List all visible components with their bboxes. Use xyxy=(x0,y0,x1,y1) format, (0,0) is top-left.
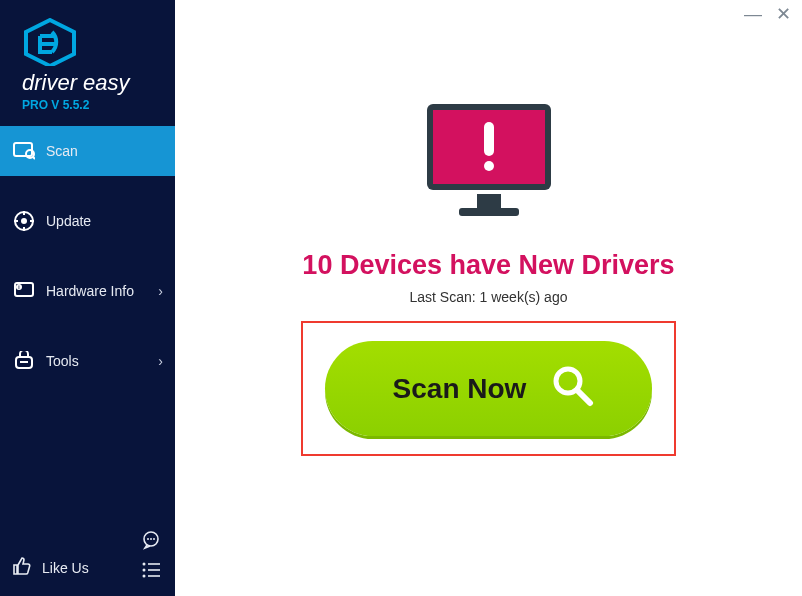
svg-rect-29 xyxy=(477,194,501,208)
app-window: driver easy PRO V 5.5.2 Scan Update i xyxy=(0,0,802,596)
svg-point-19 xyxy=(150,538,152,540)
sidebar-item-scan[interactable]: Scan xyxy=(0,126,175,176)
device-count: 10 xyxy=(302,250,332,280)
search-icon xyxy=(550,363,594,414)
svg-point-20 xyxy=(153,538,155,540)
svg-point-23 xyxy=(143,569,146,572)
sidebar-nav: Scan Update i Hardware Info › Tools xyxy=(0,126,175,546)
svg-rect-32 xyxy=(484,122,494,156)
svg-rect-30 xyxy=(459,208,519,216)
update-icon xyxy=(12,210,36,232)
sidebar-item-label: Scan xyxy=(46,143,78,159)
svg-rect-11 xyxy=(30,220,34,222)
tools-icon xyxy=(12,350,36,372)
hardware-info-icon: i xyxy=(12,280,36,302)
headline-text: Devices have New Drivers xyxy=(340,250,675,280)
last-scan-line: Last Scan: 1 week(s) ago xyxy=(410,289,568,305)
alert-monitor-graphic xyxy=(419,98,559,232)
brand-name: driver easy xyxy=(22,70,175,96)
scan-button-label: Scan Now xyxy=(393,373,527,405)
minimize-button[interactable]: — xyxy=(744,6,762,24)
chevron-right-icon: › xyxy=(158,353,163,369)
svg-rect-10 xyxy=(14,220,18,222)
thumbs-up-icon[interactable] xyxy=(12,556,32,580)
last-scan-label: Last Scan: xyxy=(410,289,476,305)
chevron-right-icon: › xyxy=(158,283,163,299)
svg-line-34 xyxy=(577,390,590,403)
svg-line-5 xyxy=(33,157,35,159)
svg-point-31 xyxy=(484,161,494,171)
last-scan-value: 1 week(s) ago xyxy=(480,289,568,305)
svg-point-18 xyxy=(147,538,149,540)
brand-block: driver easy PRO V 5.5.2 xyxy=(0,0,175,120)
svg-rect-9 xyxy=(23,227,25,231)
main-panel: — ✕ 10 Devices have New Drivers Last Sca… xyxy=(175,0,802,596)
sidebar-item-label: Tools xyxy=(46,353,79,369)
brand-version: PRO V 5.5.2 xyxy=(22,98,175,112)
sidebar-bottom: Like Us xyxy=(0,546,175,596)
scan-now-button[interactable]: Scan Now xyxy=(325,341,653,436)
headline: 10 Devices have New Drivers xyxy=(302,250,674,281)
sidebar-item-hardware-info[interactable]: i Hardware Info › xyxy=(0,266,175,316)
scan-highlight-box: Scan Now xyxy=(301,321,677,456)
feedback-icon[interactable] xyxy=(141,530,161,554)
menu-icon[interactable] xyxy=(141,562,161,582)
window-controls: — ✕ xyxy=(744,6,792,24)
svg-rect-8 xyxy=(23,211,25,215)
close-button[interactable]: ✕ xyxy=(774,6,792,24)
sidebar-item-tools[interactable]: Tools › xyxy=(0,336,175,386)
sidebar: driver easy PRO V 5.5.2 Scan Update i xyxy=(0,0,175,596)
svg-point-7 xyxy=(21,218,27,224)
svg-point-21 xyxy=(143,563,146,566)
svg-point-25 xyxy=(143,575,146,578)
brand-logo-icon xyxy=(22,18,78,66)
scan-icon xyxy=(12,140,36,162)
sidebar-item-update[interactable]: Update xyxy=(0,196,175,246)
sidebar-item-label: Hardware Info xyxy=(46,283,134,299)
sidebar-item-label: Update xyxy=(46,213,91,229)
